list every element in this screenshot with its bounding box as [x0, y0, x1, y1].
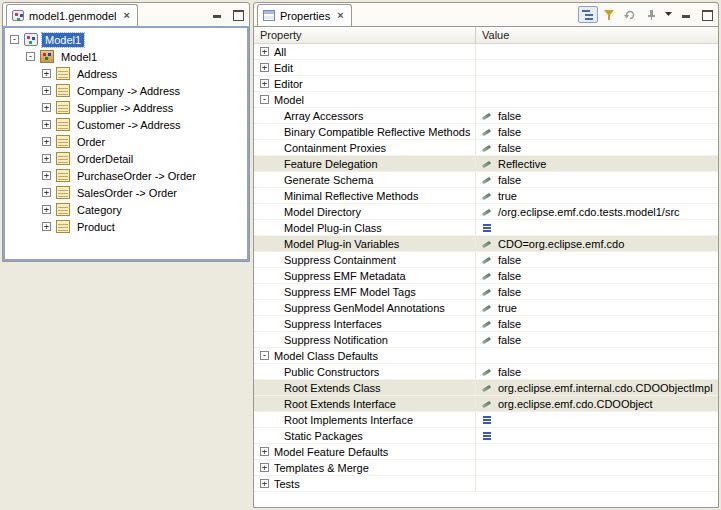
tree-item-root[interactable]: -Model1: [7, 31, 247, 48]
expander-icon[interactable]: +: [42, 86, 51, 95]
property-row[interactable]: Generate Schemafalse: [254, 172, 718, 188]
pin-view-button[interactable]: [641, 6, 661, 23]
tree-item-class[interactable]: +Supplier -> Address: [7, 99, 247, 116]
value-cell[interactable]: false: [476, 140, 718, 155]
property-row[interactable]: Static Packages: [254, 428, 718, 444]
value-cell[interactable]: [476, 412, 718, 427]
tree-item-class[interactable]: +Customer -> Address: [7, 116, 247, 133]
value-cell[interactable]: [476, 220, 718, 235]
property-label: Suppress Containment: [254, 254, 396, 266]
expander-icon[interactable]: +: [260, 463, 269, 472]
value-cell[interactable]: false: [476, 268, 718, 283]
value-cell[interactable]: false: [476, 284, 718, 299]
show-categories-button[interactable]: [578, 6, 598, 23]
editable-value-icon: [480, 254, 494, 266]
value-cell[interactable]: Reflective: [476, 156, 718, 171]
expander-icon[interactable]: +: [42, 154, 51, 163]
value-cell: [476, 60, 718, 75]
tree-item-class[interactable]: +PurchaseOrder -> Order: [7, 167, 247, 184]
value-cell[interactable]: false: [476, 108, 718, 123]
close-icon[interactable]: ×: [121, 10, 129, 21]
property-row[interactable]: Suppress GenModel Annotationstrue: [254, 300, 718, 316]
tree-item-class[interactable]: +OrderDetail: [7, 150, 247, 167]
value-cell[interactable]: false: [476, 316, 718, 331]
property-row[interactable]: Suppress Notificationfalse: [254, 332, 718, 348]
property-cell: +Editor: [254, 76, 476, 91]
minimize-icon[interactable]: [211, 9, 224, 20]
expander-icon[interactable]: -: [260, 351, 269, 360]
expander-icon[interactable]: +: [260, 447, 269, 456]
value-cell[interactable]: true: [476, 300, 718, 315]
category-row[interactable]: +Edit: [254, 60, 718, 76]
category-row[interactable]: -Model Class Defaults: [254, 348, 718, 364]
property-row[interactable]: Root Extends Interfaceorg.eclipse.emf.cd…: [254, 396, 718, 412]
expander-icon[interactable]: +: [260, 63, 269, 72]
category-row[interactable]: +Editor: [254, 76, 718, 92]
expander-icon[interactable]: -: [26, 52, 35, 61]
expander-icon[interactable]: -: [260, 95, 269, 104]
view-menu-button[interactable]: [662, 12, 676, 17]
value-cell[interactable]: /org.eclipse.emf.cdo.tests.model1/src: [476, 204, 718, 219]
expander-icon[interactable]: +: [260, 479, 269, 488]
property-row[interactable]: Feature DelegationReflective: [254, 156, 718, 172]
category-row[interactable]: -Model: [254, 92, 718, 108]
tree-item-label: Company -> Address: [74, 84, 183, 98]
property-row[interactable]: Binary Compatible Reflective Methodsfals…: [254, 124, 718, 140]
value-cell[interactable]: false: [476, 332, 718, 347]
expander-icon[interactable]: +: [42, 69, 51, 78]
tree-item-class[interactable]: +Product: [7, 218, 247, 235]
category-row[interactable]: +All: [254, 44, 718, 60]
value-cell[interactable]: true: [476, 188, 718, 203]
value-cell[interactable]: false: [476, 172, 718, 187]
value-cell[interactable]: [476, 428, 718, 443]
property-row[interactable]: Minimal Reflective Methodstrue: [254, 188, 718, 204]
tree-item-class[interactable]: +Order: [7, 133, 247, 150]
property-row[interactable]: Suppress EMF Metadatafalse: [254, 268, 718, 284]
expander-icon[interactable]: +: [260, 79, 269, 88]
class-icon: [56, 67, 70, 80]
tab-model1-genmodel[interactable]: model1.genmodel ×: [6, 4, 138, 26]
value-cell[interactable]: false: [476, 364, 718, 379]
value-cell[interactable]: false: [476, 252, 718, 267]
category-row[interactable]: +Tests: [254, 476, 718, 492]
property-row[interactable]: Model Plug-in VariablesCDO=org.eclipse.e…: [254, 236, 718, 252]
show-advanced-button[interactable]: [599, 6, 619, 23]
category-row[interactable]: +Model Feature Defaults: [254, 444, 718, 460]
property-row[interactable]: Suppress Containmentfalse: [254, 252, 718, 268]
expander-icon[interactable]: +: [42, 103, 51, 112]
expander-icon[interactable]: +: [42, 120, 51, 129]
value-cell[interactable]: false: [476, 124, 718, 139]
expander-icon[interactable]: +: [42, 188, 51, 197]
expander-icon[interactable]: -: [10, 35, 19, 44]
tree-item-class[interactable]: +SalesOrder -> Order: [7, 184, 247, 201]
value-cell[interactable]: org.eclipse.emf.cdo.CDOObject: [476, 396, 718, 411]
maximize-icon[interactable]: [231, 9, 244, 20]
tree-item-class[interactable]: +Category: [7, 201, 247, 218]
tree-item-package[interactable]: -Model1: [7, 48, 247, 65]
property-row[interactable]: Model Plug-in Class: [254, 220, 718, 236]
tab-properties[interactable]: Properties ×: [257, 4, 352, 26]
expander-icon[interactable]: +: [42, 137, 51, 146]
property-row[interactable]: Public Constructorsfalse: [254, 364, 718, 380]
property-row[interactable]: Array Accessorsfalse: [254, 108, 718, 124]
maximize-icon[interactable]: [700, 9, 713, 20]
value-cell[interactable]: org.eclipse.emf.internal.cdo.CDOObjectIm…: [476, 380, 718, 395]
expander-icon[interactable]: +: [42, 171, 51, 180]
value-cell[interactable]: CDO=org.eclipse.emf.cdo: [476, 236, 718, 251]
property-row[interactable]: Containment Proxiesfalse: [254, 140, 718, 156]
tree-item-class[interactable]: +Address: [7, 65, 247, 82]
property-row[interactable]: Root Implements Interface: [254, 412, 718, 428]
category-row[interactable]: +Templates & Merge: [254, 460, 718, 476]
value-text: false: [497, 318, 521, 330]
close-icon[interactable]: ×: [335, 10, 343, 21]
restore-default-button[interactable]: [620, 6, 640, 23]
property-row[interactable]: Root Extends Classorg.eclipse.emf.intern…: [254, 380, 718, 396]
tree-item-class[interactable]: +Company -> Address: [7, 82, 247, 99]
property-row[interactable]: Suppress EMF Model Tagsfalse: [254, 284, 718, 300]
property-row[interactable]: Model Directory/org.eclipse.emf.cdo.test…: [254, 204, 718, 220]
expander-icon[interactable]: +: [42, 205, 51, 214]
minimize-icon[interactable]: [680, 9, 693, 20]
property-row[interactable]: Suppress Interfacesfalse: [254, 316, 718, 332]
expander-icon[interactable]: +: [260, 47, 269, 56]
expander-icon[interactable]: +: [42, 222, 51, 231]
